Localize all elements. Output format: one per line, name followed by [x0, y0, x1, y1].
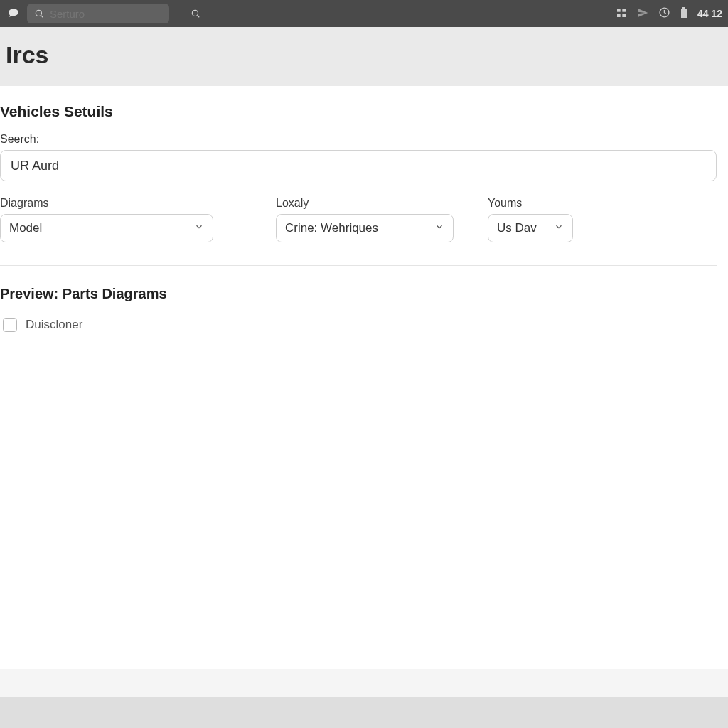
- search-label: Seerch:: [0, 133, 717, 146]
- search-icon: [34, 9, 44, 18]
- main-content: Vehicles Setuils Seerch: Diagrams Model …: [0, 86, 728, 669]
- topbar: 44 12: [0, 0, 728, 27]
- svg-line-3: [198, 16, 200, 18]
- send-icon[interactable]: [637, 7, 648, 21]
- search-icon: [191, 9, 200, 18]
- duiscloner-label: Duiscloner: [26, 318, 82, 332]
- svg-rect-10: [681, 9, 687, 18]
- global-search[interactable]: [27, 4, 169, 23]
- duiscloner-checkbox[interactable]: [3, 318, 17, 332]
- svg-rect-7: [622, 14, 626, 17]
- grid-icon[interactable]: [616, 7, 627, 21]
- list-item: Duiscloner: [0, 318, 717, 332]
- title-strip: Ircs: [0, 27, 728, 86]
- battery-icon: [680, 7, 687, 21]
- loxaly-label: Loxaly: [276, 197, 454, 210]
- svg-point-2: [192, 10, 198, 16]
- bottom-bar: [0, 697, 728, 728]
- chevron-down-icon: [554, 221, 564, 235]
- svg-point-0: [36, 10, 41, 16]
- refresh-icon[interactable]: [658, 6, 670, 21]
- youms-label: Youms: [488, 197, 573, 210]
- chevron-down-icon: [434, 221, 444, 235]
- vehicle-search-input[interactable]: [0, 150, 717, 181]
- svg-rect-6: [617, 14, 621, 17]
- page-title: Ircs: [0, 41, 728, 69]
- svg-rect-5: [622, 9, 626, 12]
- diagrams-select[interactable]: Model: [0, 214, 213, 242]
- app-logo-icon: [6, 6, 21, 21]
- preview-heading: Preview: Parts Diagrams: [0, 286, 717, 302]
- diagrams-label: Diagrams: [0, 197, 213, 210]
- chevron-down-icon: [194, 221, 204, 235]
- loxaly-select-value: Crine: Wehriques: [285, 221, 378, 235]
- svg-line-1: [41, 16, 43, 18]
- youms-select-value: Us Dav: [497, 221, 537, 235]
- global-search-input[interactable]: [50, 8, 185, 20]
- youms-select[interactable]: Us Dav: [488, 214, 573, 242]
- clock-text: 44 12: [697, 8, 722, 19]
- svg-rect-9: [682, 7, 685, 9]
- filters-row: Diagrams Model Loxaly Crine: Wehriques Y…: [0, 197, 717, 266]
- svg-rect-4: [617, 9, 621, 12]
- loxaly-select[interactable]: Crine: Wehriques: [276, 214, 454, 242]
- diagrams-select-value: Model: [9, 221, 42, 235]
- vehicles-heading: Vehicles Setuils: [0, 103, 717, 120]
- topbar-right: 44 12: [616, 6, 722, 21]
